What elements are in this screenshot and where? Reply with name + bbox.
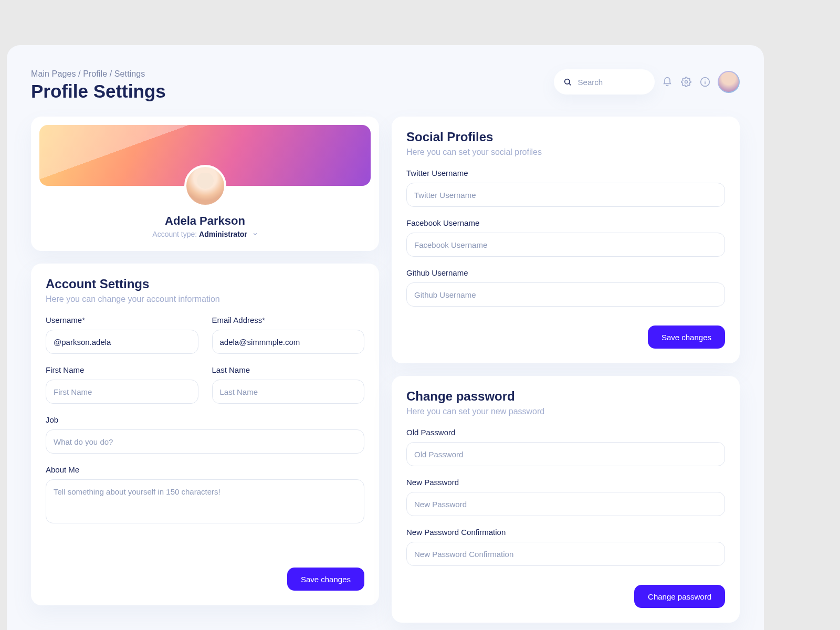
- last-name-input[interactable]: [212, 380, 365, 404]
- facebook-input[interactable]: [406, 233, 725, 257]
- account-type-label: Account type:: [152, 230, 197, 238]
- bell-icon[interactable]: [661, 76, 674, 88]
- profile-name: Adela Parkson: [39, 214, 371, 228]
- username-label: Username*: [46, 316, 198, 324]
- social-save-button[interactable]: Save changes: [648, 326, 725, 349]
- confirm-password-input[interactable]: [406, 542, 725, 566]
- twitter-label: Twitter Username: [406, 169, 725, 177]
- card-subtitle: Here you can set your social profiles: [406, 148, 725, 157]
- old-password-input[interactable]: [406, 442, 725, 466]
- profile-card: Adela Parkson Account type: Administrato…: [31, 117, 379, 251]
- breadcrumb[interactable]: Main Pages / Profile / Settings: [31, 69, 166, 79]
- chevron-down-icon: [253, 230, 258, 238]
- account-settings-card: Account Settings Here you can change you…: [31, 264, 379, 605]
- github-label: Github Username: [406, 268, 725, 277]
- about-label: About Me: [46, 465, 364, 474]
- email-input[interactable]: [212, 330, 365, 354]
- confirm-password-label: New Password Confirmation: [406, 528, 725, 537]
- profile-photo: [184, 165, 226, 207]
- card-title: Change password: [406, 389, 725, 404]
- old-password-label: Old Password: [406, 428, 725, 437]
- card-title: Social Profiles: [406, 130, 725, 144]
- account-type-select[interactable]: Account type: Administrator: [39, 230, 371, 238]
- info-icon[interactable]: [699, 76, 711, 88]
- new-password-input[interactable]: [406, 492, 725, 516]
- page-title: Profile Settings: [31, 81, 166, 102]
- search-input[interactable]: [578, 78, 646, 87]
- email-label: Email Address*: [212, 316, 365, 324]
- new-password-label: New Password: [406, 478, 725, 487]
- social-profiles-card: Social Profiles Here you can set your so…: [392, 117, 740, 363]
- account-type-value: Administrator: [199, 230, 247, 238]
- job-label: Job: [46, 415, 364, 424]
- avatar[interactable]: [718, 71, 740, 93]
- svg-line-1: [569, 83, 571, 85]
- search-icon: [562, 76, 573, 88]
- job-input[interactable]: [46, 429, 364, 454]
- svg-point-5: [705, 79, 706, 80]
- card-title: Account Settings: [46, 277, 364, 291]
- last-name-label: Last Name: [212, 365, 365, 374]
- first-name-input[interactable]: [46, 380, 198, 404]
- account-save-button[interactable]: Save changes: [287, 568, 364, 591]
- username-input[interactable]: [46, 330, 198, 354]
- change-password-card: Change password Here you can set your ne…: [392, 376, 740, 623]
- facebook-label: Facebook Username: [406, 218, 725, 227]
- card-subtitle: Here you can change your account informa…: [46, 295, 364, 304]
- github-input[interactable]: [406, 282, 725, 307]
- first-name-label: First Name: [46, 365, 198, 374]
- card-subtitle: Here you can set your new password: [406, 407, 725, 416]
- twitter-input[interactable]: [406, 183, 725, 207]
- svg-point-2: [685, 81, 688, 83]
- about-textarea[interactable]: [46, 479, 364, 523]
- gear-icon[interactable]: [680, 76, 692, 88]
- change-password-button[interactable]: Change password: [634, 585, 725, 608]
- search-box[interactable]: [554, 69, 655, 94]
